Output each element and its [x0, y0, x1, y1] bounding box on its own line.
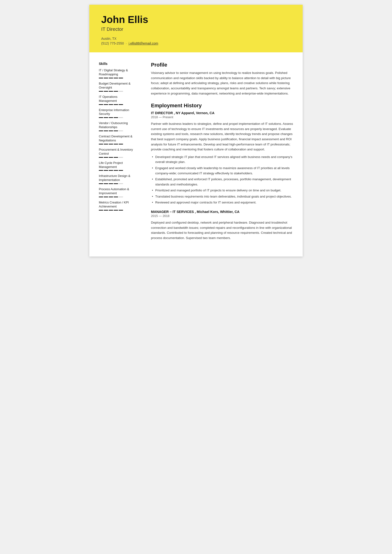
skill-bar [99, 104, 134, 105]
skill-bar-segment [119, 210, 123, 211]
candidate-name: John Ellis [101, 14, 291, 25]
job-entry: MANAGER – IT SERVICES , Michael Kors, Wh… [151, 210, 293, 240]
bullet-item: Prioritized and managed portfolio of IT … [151, 188, 293, 193]
skill-name: Enterprise Information Security [99, 108, 134, 116]
profile-title: Profile [151, 62, 293, 68]
skill-name: IT Operations Management [99, 95, 134, 103]
skill-bar [99, 91, 134, 92]
resume-document: John Ellis IT Director Austin, TX (512) … [89, 5, 303, 256]
skill-name: Contract Development & Negotiations [99, 135, 134, 143]
bullet-item: Reviewed and approved major contracts fo… [151, 200, 293, 205]
skill-bar-segment [109, 210, 113, 211]
skill-bar-segment [104, 157, 108, 158]
skill-bar-segment [114, 91, 118, 92]
skill-name: Infrastructure Design & Implementation [99, 174, 134, 182]
skill-bar-segment [114, 197, 118, 197]
skill-item: Process Automation & Improvement [99, 187, 134, 197]
skill-bar-segment [104, 104, 108, 105]
skill-bar-segment [119, 78, 123, 78]
email-link[interactable]: j.ellis88@email.com [129, 42, 158, 45]
bullet-item: Translated business requirements into te… [151, 194, 293, 199]
skill-item: IT Operations Management [99, 95, 134, 105]
skill-bar-segment [109, 197, 113, 197]
skill-bar-segment [99, 210, 103, 211]
job-title: MANAGER – IT SERVICES , Michael Kors, Wh… [151, 210, 293, 214]
skill-bar-segment [99, 104, 103, 105]
skill-bar [99, 183, 134, 184]
skill-bar-segment [99, 91, 103, 92]
skill-bar [99, 131, 134, 131]
contact-line: (512) 775-2550 · j.ellis88@email.com [101, 42, 291, 45]
sidebar: Skills IT / Digital Strategy & Roadmappi… [89, 62, 141, 247]
skill-name: Procurement & Inventory Control [99, 148, 134, 156]
skill-bar-segment [104, 131, 108, 131]
skill-bar-segment [99, 131, 103, 131]
skill-name: Process Automation & Improvement [99, 187, 134, 195]
main-content: Profile Visionary advisor to senior mana… [141, 62, 303, 247]
skill-bar-segment [119, 131, 123, 131]
job-description: Partner with business leaders to strateg… [151, 121, 293, 152]
skill-bar [99, 170, 134, 171]
skill-bar-segment [114, 131, 118, 131]
skill-bar-segment [114, 144, 118, 145]
job-description: Deployed and configured desktop, network… [151, 220, 293, 240]
skill-bar-segment [114, 183, 118, 184]
skill-name: IT / Digital Strategy & Roadmapping [99, 69, 134, 76]
bullet-item: Engaged and worked closely with leadersh… [151, 166, 293, 176]
skill-bar-segment [104, 78, 108, 78]
skill-bar-segment [104, 117, 108, 118]
skill-bar-segment [104, 183, 108, 184]
skill-bar-segment [119, 104, 123, 105]
skill-item: Budget Development & Oversight [99, 82, 134, 92]
skill-bar-segment [114, 170, 118, 171]
skill-bar-segment [109, 183, 113, 184]
job-title: IT DIRECTOR , NY Apparel, Vernon, CA [151, 111, 293, 115]
skill-bar-segment [119, 197, 123, 197]
skill-bar [99, 157, 134, 158]
skill-bar-segment [104, 197, 108, 197]
separator: · [126, 42, 127, 45]
skill-bar-segment [119, 144, 123, 145]
job-dates: 2018 — Present [151, 115, 293, 119]
skill-bar-segment [99, 78, 103, 78]
skill-bar-segment [109, 104, 113, 105]
skill-item: Infrastructure Design & Implementation [99, 174, 134, 184]
skill-bar-segment [114, 117, 118, 118]
skills-label: Skills [99, 62, 134, 66]
employment-title: Employment History [151, 103, 293, 109]
skill-bar [99, 197, 134, 197]
skill-name: Life Cycle Project Management [99, 161, 134, 169]
job-bullets: Developed strategic IT plan that ensured… [151, 154, 293, 205]
skill-bar-segment [99, 157, 103, 158]
skill-item: Metrics Creation / KPI Achievement [99, 201, 134, 211]
skill-bar-segment [99, 117, 103, 118]
skill-name: Budget Development & Oversight [99, 82, 134, 90]
skill-bar-segment [99, 197, 103, 197]
profile-text: Visionary advisor to senior management o… [151, 70, 293, 96]
bullet-item: Developed strategic IT plan that ensured… [151, 154, 293, 165]
skill-bar-segment [104, 170, 108, 171]
skill-bar-segment [99, 170, 103, 171]
skill-bar-segment [99, 183, 103, 184]
skill-bar-segment [104, 91, 108, 92]
skill-item: Life Cycle Project Management [99, 161, 134, 171]
skill-bar-segment [119, 91, 123, 92]
body-section: Skills IT / Digital Strategy & Roadmappi… [89, 52, 303, 256]
bullet-item: Established, promoted and enforced IT po… [151, 177, 293, 187]
job-dates: 2015 — 2018 [151, 214, 293, 218]
skill-bar-segment [109, 170, 113, 171]
candidate-title: IT Director [101, 27, 291, 32]
skill-bar-segment [114, 78, 118, 78]
skill-bar-segment [104, 144, 108, 145]
skill-bar [99, 78, 134, 78]
job-entry: IT DIRECTOR , NY Apparel, Vernon, CA2018… [151, 111, 293, 205]
skill-bar-segment [119, 183, 123, 184]
skill-item: Procurement & Inventory Control [99, 148, 134, 158]
skill-item: Vendor / Outsourcing Relationships [99, 121, 134, 131]
skill-item: Contract Development & Negotiations [99, 135, 134, 145]
phone: (512) 775-2550 [101, 42, 124, 45]
skill-bar-segment [119, 157, 123, 158]
skill-bar [99, 144, 134, 145]
skill-bar-segment [109, 157, 113, 158]
skill-bar [99, 117, 134, 118]
